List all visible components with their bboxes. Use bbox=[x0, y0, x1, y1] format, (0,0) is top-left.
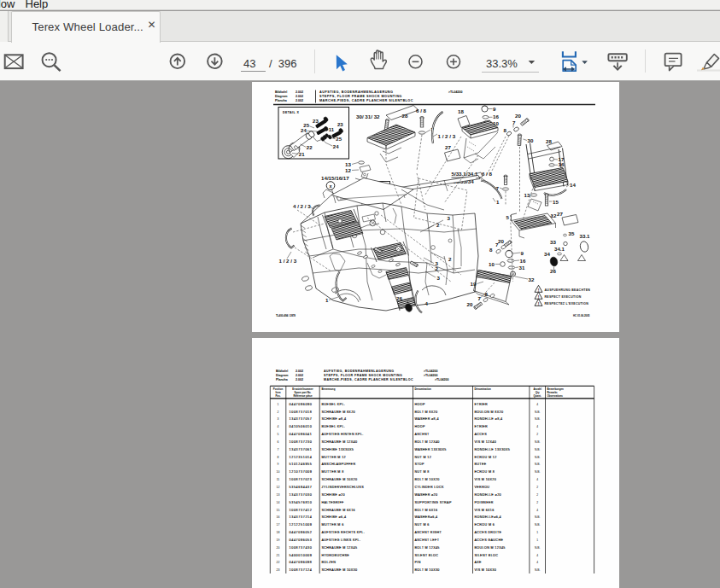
svg-text:26: 26 bbox=[550, 268, 556, 274]
svg-text:27: 27 bbox=[557, 211, 563, 217]
svg-text:N.B.: N.B. bbox=[535, 470, 541, 474]
svg-text:RESPECT EXECUTION: RESPECT EXECUTION bbox=[545, 295, 582, 299]
svg-text:MUTTER M 8: MUTTER M 8 bbox=[322, 470, 344, 474]
svg-text:2: 2 bbox=[536, 486, 538, 489]
svg-text:9: 9 bbox=[493, 106, 496, 112]
svg-text:>TL04200: >TL04200 bbox=[435, 378, 448, 381]
svg-text:1343737214: 1343737214 bbox=[290, 515, 313, 519]
svg-text:14: 14 bbox=[570, 182, 576, 188]
svg-text:0447096052: 0447096052 bbox=[290, 531, 313, 534]
svg-text:Référence pièce: Référence pièce bbox=[293, 394, 313, 398]
svg-text:HOOP: HOOP bbox=[415, 403, 425, 406]
svg-text:10: 10 bbox=[489, 261, 495, 267]
svg-text:12: 12 bbox=[277, 486, 280, 489]
svg-text:2: 2 bbox=[436, 222, 440, 228]
svg-text:12: 12 bbox=[345, 167, 351, 173]
svg-text:17: 17 bbox=[277, 523, 280, 527]
svg-text:2.002: 2.002 bbox=[296, 374, 303, 377]
svg-text:SCHEIBE ø6,4: SCHEIBE ø6,4 bbox=[322, 515, 347, 519]
svg-text:1 / 2 / 3: 1 / 2 / 3 bbox=[438, 133, 456, 139]
svg-text:6 / 8: 6 / 8 bbox=[482, 171, 493, 177]
svg-text:AUFSTIEG RECHTS KPL.: AUFSTIEG RECHTS KPL. bbox=[322, 531, 366, 534]
svg-text:WASHER 13X30X5: WASHER 13X30X5 bbox=[415, 448, 447, 451]
svg-text:VERROU: VERROU bbox=[475, 486, 490, 489]
svg-text:VIS M 12X40: VIS M 12X40 bbox=[475, 440, 497, 444]
svg-text:1343737057: 1343737057 bbox=[290, 417, 313, 421]
svg-text:Diagram: Diagram bbox=[276, 374, 288, 377]
svg-text:21: 21 bbox=[299, 152, 305, 157]
svg-text:5354694437: 5354694437 bbox=[290, 486, 313, 489]
svg-text:MUTTER M 12: MUTTER M 12 bbox=[322, 456, 346, 459]
svg-text:ETRIER: ETRIER bbox=[475, 403, 489, 406]
svg-text:VIS M 6X16: VIS M 6X16 bbox=[475, 509, 495, 512]
svg-text:7: 7 bbox=[478, 295, 482, 301]
svg-text:8: 8 bbox=[278, 456, 279, 459]
svg-text:POIGNEER: POIGNEER bbox=[475, 501, 494, 504]
svg-text:ASCENT LEFT: ASCENT LEFT bbox=[415, 539, 440, 542]
svg-text:7: 7 bbox=[278, 448, 279, 451]
svg-text:1: 1 bbox=[278, 403, 279, 406]
svg-text:24: 24 bbox=[333, 144, 339, 149]
svg-text:Dénomination: Dénomination bbox=[475, 387, 492, 391]
svg-text:1008737124: 1008737124 bbox=[290, 568, 313, 572]
svg-text:34: 34 bbox=[544, 251, 550, 257]
svg-text:3: 3 bbox=[437, 275, 441, 281]
svg-text:19: 19 bbox=[471, 281, 477, 287]
svg-text:1008737018: 1008737018 bbox=[290, 410, 313, 414]
svg-text:4: 4 bbox=[536, 403, 538, 406]
svg-text:30: 30 bbox=[528, 137, 534, 143]
svg-text:2: 2 bbox=[536, 493, 538, 497]
svg-text:1: 1 bbox=[536, 531, 538, 534]
svg-text:5354576810: 5354576810 bbox=[290, 501, 313, 504]
svg-text:0447096090: 0447096090 bbox=[290, 403, 313, 406]
svg-text:16: 16 bbox=[493, 114, 499, 119]
svg-text:13: 13 bbox=[345, 161, 351, 167]
svg-text:SCHRAUBE M 10X20: SCHRAUBE M 10X20 bbox=[322, 478, 358, 481]
svg-text:3: 3 bbox=[278, 417, 279, 421]
svg-text:23: 23 bbox=[313, 119, 319, 124]
svg-text:1: 1 bbox=[496, 199, 500, 205]
svg-text:3: 3 bbox=[448, 215, 451, 221]
svg-text:14/15/16/17: 14/15/16/17 bbox=[321, 175, 349, 181]
svg-text:RONDELLE ø20: RONDELLE ø20 bbox=[475, 493, 501, 497]
svg-text:12: 12 bbox=[551, 212, 557, 218]
svg-text:N.B.: N.B. bbox=[535, 448, 541, 451]
svg-text:20: 20 bbox=[515, 113, 521, 119]
svg-text:SUPPORTING STRAP: SUPPORTING STRAP bbox=[415, 501, 452, 504]
svg-text:25: 25 bbox=[336, 137, 342, 142]
svg-text:1: 1 bbox=[325, 297, 329, 303]
svg-text:HALTEGRIFF: HALTEGRIFF bbox=[322, 501, 345, 504]
svg-text:33: 33 bbox=[550, 239, 556, 245]
svg-text:5: 5 bbox=[278, 433, 279, 436]
svg-text:9: 9 bbox=[278, 463, 279, 466]
svg-text:BOLT M 10X30: BOLT M 10X30 bbox=[415, 568, 440, 572]
svg-text:>TL04200: >TL04200 bbox=[448, 90, 462, 94]
svg-text:ZYLINDERVERSCHLUSS: ZYLINDERVERSCHLUSS bbox=[322, 486, 365, 489]
svg-text:Benennung: Benennung bbox=[322, 387, 336, 391]
svg-text:MARCHE-PIEDS, CADRE PLANCHER S: MARCHE-PIEDS, CADRE PLANCHER SILENTBLOC bbox=[319, 99, 413, 102]
svg-text:>TL04200: >TL04200 bbox=[424, 374, 437, 377]
svg-text:2: 2 bbox=[436, 265, 439, 271]
svg-text:6: 6 bbox=[278, 440, 279, 444]
svg-text:1 / 2 / 3: 1 / 2 / 3 bbox=[279, 258, 297, 264]
svg-text:2.002: 2.002 bbox=[296, 370, 303, 373]
svg-text:RONDELLE ø8,4: RONDELLE ø8,4 bbox=[475, 417, 503, 421]
svg-text:7: 7 bbox=[495, 242, 499, 247]
svg-text:BOLT M 8X20: BOLT M 8X20 bbox=[415, 410, 438, 414]
svg-text:1210737009: 1210737009 bbox=[290, 470, 313, 474]
svg-text:2.002: 2.002 bbox=[296, 99, 303, 102]
svg-text:22: 22 bbox=[277, 561, 280, 564]
svg-text:16: 16 bbox=[277, 515, 280, 519]
svg-text:SCHRAUBE M 10X30: SCHRAUBE M 10X30 bbox=[322, 568, 358, 572]
svg-text:22: 22 bbox=[307, 145, 313, 150]
svg-text:NUT M 6: NUT M 6 bbox=[415, 523, 430, 527]
svg-text:2.002: 2.002 bbox=[296, 95, 303, 98]
svg-text:HOOP: HOOP bbox=[415, 425, 425, 428]
svg-text:N.B.: N.B. bbox=[535, 463, 541, 466]
svg-text:23: 23 bbox=[277, 568, 280, 572]
svg-text:35: 35 bbox=[569, 230, 575, 236]
svg-text:28: 28 bbox=[546, 138, 552, 144]
svg-text:0447096098: 0447096098 bbox=[290, 561, 313, 564]
svg-text:1343737061: 1343737061 bbox=[290, 448, 313, 451]
svg-text:WASHERø6,4: WASHERø6,4 bbox=[415, 515, 438, 519]
